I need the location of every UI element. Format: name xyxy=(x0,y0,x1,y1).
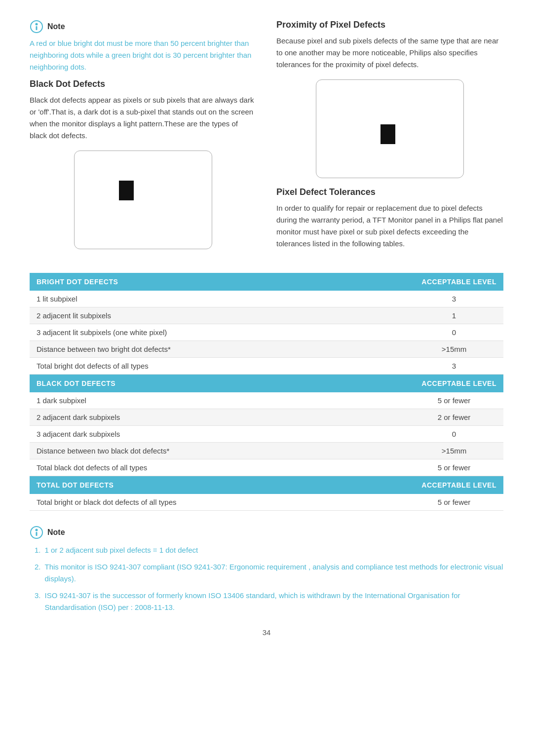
bright-dot-header-col2: ACCEPTABLE LEVEL xyxy=(405,273,503,291)
bottom-notes-list: 1. 1 or 2 adjacent sub pixel defects = 1… xyxy=(35,544,503,613)
table-row: Distance between two bright dot defects*… xyxy=(30,341,503,358)
black-row-5-label: Total black dot defects of all types xyxy=(30,459,405,476)
bright-row-3-value: 0 xyxy=(405,324,503,341)
table-row: Distance between two black dot defects* … xyxy=(30,443,503,459)
list-item: 2. This monitor is ISO 9241-307 complian… xyxy=(35,561,503,585)
note-label-top: Note xyxy=(47,22,65,31)
bright-row-4-label: Distance between two bright dot defects* xyxy=(30,341,405,358)
table-row: 1 dark subpixel 5 or fewer xyxy=(30,392,503,409)
list-item: 3. ISO 9241-307 is the successor of form… xyxy=(35,590,503,613)
black-row-5-value: 5 or fewer xyxy=(405,459,503,476)
note-text-top: A red or blue bright dot must be more th… xyxy=(30,38,257,73)
table-row: 2 adjacent lit subpixels 1 xyxy=(30,307,503,324)
black-row-1-value: 5 or fewer xyxy=(405,392,503,409)
total-dot-header-col1: TOTAL DOT DEFECTS xyxy=(30,476,405,494)
total-row-1-label: Total bright or black dot defects of all… xyxy=(30,494,405,511)
note-box-top: Note xyxy=(30,20,257,34)
black-row-4-label: Distance between two black dot defects* xyxy=(30,443,405,459)
bright-row-5-label: Total bright dot defects of all types xyxy=(30,358,405,375)
proximity-title: Proximity of Pixel Defects xyxy=(276,20,503,30)
table-row: Total black dot defects of all types 5 o… xyxy=(30,459,503,476)
svg-rect-2 xyxy=(36,26,38,30)
black-dot-header-row: BLACK DOT DEFECTS ACCEPTABLE LEVEL xyxy=(30,375,503,393)
total-dot-header-row: TOTAL DOT DEFECTS ACCEPTABLE LEVEL xyxy=(30,476,503,494)
bright-row-1-label: 1 lit subpixel xyxy=(30,291,405,307)
bright-row-2-value: 1 xyxy=(405,307,503,324)
note-label-bottom: Note xyxy=(47,528,65,537)
note-icon-bottom xyxy=(30,526,43,539)
note2-item-2: This monitor is ISO 9241-307 compliant (… xyxy=(45,561,503,585)
black-dot-diagram-right xyxy=(316,79,464,178)
black-row-2-value: 2 or fewer xyxy=(405,409,503,426)
bright-row-2-label: 2 adjacent lit subpixels xyxy=(30,307,405,324)
black-row-2-label: 2 adjacent dark subpixels xyxy=(30,409,405,426)
black-row-3-label: 3 adjacent dark subpixels xyxy=(30,426,405,443)
note2-item-3: ISO 9241-307 is the successor of formerl… xyxy=(45,590,503,613)
table-row: 1 lit subpixel 3 xyxy=(30,291,503,307)
black-dot-diagram-left xyxy=(74,151,212,249)
page-number: 34 xyxy=(30,628,503,637)
black-dot-header-col1: BLACK DOT DEFECTS xyxy=(30,375,405,393)
bright-row-5-value: 3 xyxy=(405,358,503,375)
svg-point-4 xyxy=(36,529,38,531)
note2-item-1: 1 or 2 adjacent sub pixel defects = 1 do… xyxy=(45,544,198,556)
pixel-defect-tolerances-title: Pixel Defect Tolerances xyxy=(276,187,503,197)
black-dot-defects-title: Black Dot Defects xyxy=(30,79,257,89)
bottom-notes: Note 1. 1 or 2 adjacent sub pixel defect… xyxy=(30,526,503,613)
black-dot-defects-body: Black dot defects appear as pixels or su… xyxy=(30,94,257,142)
table-row: 3 adjacent lit subpixels (one white pixe… xyxy=(30,324,503,341)
proximity-body: Because pixel and sub pixels defects of … xyxy=(276,35,503,71)
bright-row-4-value: >15mm xyxy=(405,341,503,358)
black-dot-left xyxy=(119,181,134,200)
black-row-1-label: 1 dark subpixel xyxy=(30,392,405,409)
table-row: 3 adjacent dark subpixels 0 xyxy=(30,426,503,443)
total-dot-header-col2: ACCEPTABLE LEVEL xyxy=(405,476,503,494)
black-dot-right xyxy=(381,124,395,144)
svg-rect-5 xyxy=(36,532,38,536)
svg-point-1 xyxy=(36,23,38,26)
note-icon xyxy=(30,20,43,34)
bright-row-3-label: 3 adjacent lit subpixels (one white pixe… xyxy=(30,324,405,341)
table-row: Total bright dot defects of all types 3 xyxy=(30,358,503,375)
bright-row-1-value: 3 xyxy=(405,291,503,307)
pixel-defect-tolerances-body: In order to qualify for repair or replac… xyxy=(276,202,503,250)
total-row-1-value: 5 or fewer xyxy=(405,494,503,511)
bright-dot-header-col1: BRIGHT DOT DEFECTS xyxy=(30,273,405,291)
black-dot-header-col2: ACCEPTABLE LEVEL xyxy=(405,375,503,393)
defects-table: BRIGHT DOT DEFECTS ACCEPTABLE LEVEL 1 li… xyxy=(30,273,503,511)
table-row: 2 adjacent dark subpixels 2 or fewer xyxy=(30,409,503,426)
black-row-3-value: 0 xyxy=(405,426,503,443)
list-item: 1. 1 or 2 adjacent sub pixel defects = 1… xyxy=(35,544,503,556)
table-row: Total bright or black dot defects of all… xyxy=(30,494,503,511)
black-row-4-value: >15mm xyxy=(405,443,503,459)
bright-dot-header-row: BRIGHT DOT DEFECTS ACCEPTABLE LEVEL xyxy=(30,273,503,291)
